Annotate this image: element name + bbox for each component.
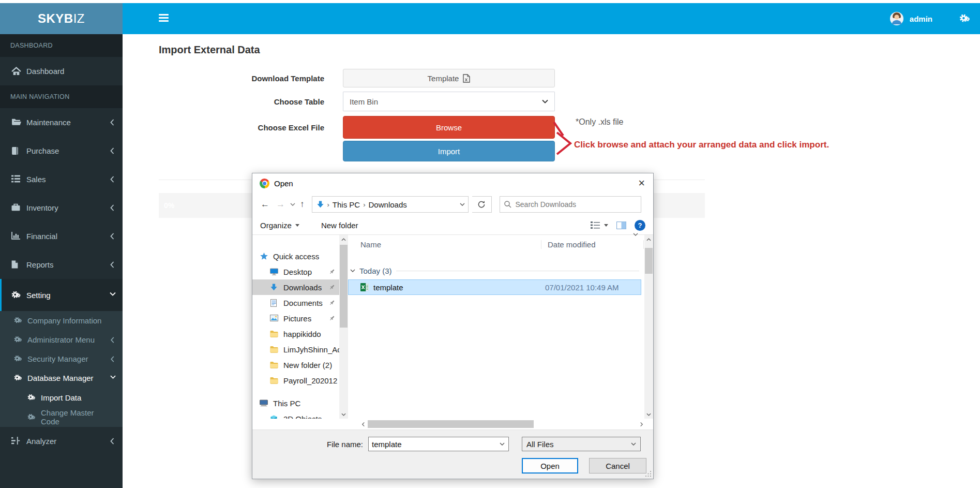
top-navbar: admin bbox=[123, 3, 980, 34]
choose-excel-file-label: Choose Excel File bbox=[159, 123, 324, 132]
file-group-header: Today (3) bbox=[348, 264, 644, 277]
sidebar-item-maintenance[interactable]: Maintenance bbox=[0, 108, 123, 137]
file-list-scrollbar[interactable] bbox=[644, 235, 653, 419]
nav-item-desktop[interactable]: Desktop bbox=[252, 264, 339, 279]
sidebar-item-setting[interactable]: Setting bbox=[0, 279, 123, 311]
search-input[interactable] bbox=[516, 200, 637, 209]
help-button[interactable]: ? bbox=[635, 220, 645, 231]
search-box[interactable] bbox=[500, 196, 641, 213]
nav-item-quick-access[interactable]: Quick access bbox=[252, 248, 339, 264]
file-type-value: All Files bbox=[526, 440, 554, 449]
breadcrumb[interactable]: › This PC › Downloads bbox=[312, 196, 469, 213]
address-chevron-icon[interactable] bbox=[460, 203, 465, 206]
refresh-button[interactable] bbox=[472, 196, 492, 213]
scroll-down-icon[interactable] bbox=[644, 410, 653, 419]
breadcrumb-downloads[interactable]: Downloads bbox=[369, 200, 407, 209]
nav-item-limjyhshinn[interactable]: LimJyhShinn_Aca bbox=[252, 342, 339, 357]
sidebar-item-label: Maintenance bbox=[26, 118, 71, 127]
nav-item-documents[interactable]: Documents bbox=[252, 295, 339, 310]
scroll-up-icon[interactable] bbox=[339, 235, 348, 244]
app-logo[interactable]: SKYBIZ bbox=[0, 3, 123, 34]
resize-grip[interactable] bbox=[645, 471, 652, 477]
nav-item-3d-objects[interactable]: 3D Objects bbox=[252, 411, 339, 419]
pin-icon bbox=[329, 315, 335, 321]
scroll-right-icon[interactable] bbox=[637, 423, 646, 426]
up-icon[interactable]: ↑ bbox=[298, 199, 306, 210]
column-header-name[interactable]: Name bbox=[348, 240, 541, 249]
file-name-label: File name: bbox=[327, 440, 363, 449]
browse-button[interactable]: Browse bbox=[343, 116, 555, 139]
navigation-pane-scrollbar[interactable] bbox=[339, 235, 348, 419]
sidebar-item-dashboard[interactable]: Dashboard bbox=[0, 57, 123, 85]
group-collapse-chevron-icon[interactable] bbox=[350, 269, 355, 273]
template-download-button[interactable]: Template bbox=[343, 69, 555, 87]
scroll-down-icon[interactable] bbox=[339, 410, 348, 419]
nav-item-label: happikiddo bbox=[283, 330, 321, 338]
sidebar-item-security-manager[interactable]: Security Manager bbox=[0, 349, 123, 368]
nav-item-label: This PC bbox=[273, 399, 300, 408]
downloads-icon bbox=[270, 284, 279, 291]
nav-item-happikiddo[interactable]: happikiddo bbox=[252, 326, 339, 342]
scrollbar-thumb[interactable] bbox=[340, 245, 348, 328]
nav-item-pictures[interactable]: Pictures bbox=[252, 310, 339, 326]
sidebar-item-change-master-code[interactable]: Change Master Code bbox=[0, 407, 123, 427]
view-mode-button[interactable] bbox=[591, 221, 608, 229]
folder-icon bbox=[270, 361, 279, 369]
breadcrumb-this-pc[interactable]: This PC bbox=[333, 200, 360, 209]
sidebar-item-inventory[interactable]: Inventory bbox=[0, 194, 123, 222]
file-type-select[interactable]: All Files bbox=[522, 437, 641, 451]
scrollbar-track[interactable] bbox=[368, 420, 637, 428]
scrollbar-thumb[interactable] bbox=[645, 248, 653, 274]
instruction-note: Click browse and attach your arranged da… bbox=[574, 140, 829, 150]
nav-item-new-folder-2[interactable]: New folder (2) bbox=[252, 357, 339, 373]
sidebar-item-label: Purchase bbox=[26, 146, 59, 155]
scrollbar-thumb[interactable] bbox=[368, 420, 534, 428]
chevron-down-icon[interactable] bbox=[500, 442, 505, 446]
scroll-left-icon[interactable] bbox=[358, 423, 368, 426]
pin-icon bbox=[329, 300, 335, 306]
column-header-date-modified[interactable]: Date modified bbox=[541, 240, 644, 249]
organize-button[interactable]: Organize bbox=[260, 221, 299, 230]
nav-item-downloads[interactable]: Downloads bbox=[252, 279, 339, 295]
new-folder-button[interactable]: New folder bbox=[321, 221, 358, 230]
file-name-combobox[interactable] bbox=[368, 437, 509, 451]
sidebar-item-administrator-menu[interactable]: Administrator Menu bbox=[0, 330, 123, 349]
back-icon[interactable]: ← bbox=[259, 199, 271, 210]
nav-item-label: LimJyhShinn_Aca bbox=[283, 345, 339, 354]
file-name-input[interactable] bbox=[369, 440, 500, 449]
file-list: Name Date modified Today (3) template 07… bbox=[348, 235, 644, 419]
forward-icon[interactable]: → bbox=[275, 199, 287, 210]
sidebar-toggle-icon[interactable] bbox=[159, 14, 169, 23]
nav-item-label: New folder (2) bbox=[283, 361, 332, 369]
nav-item-payroll[interactable]: Payroll_202012 bbox=[252, 373, 339, 388]
sidebar-item-analyzer[interactable]: Analyzer bbox=[0, 427, 123, 455]
pin-icon bbox=[329, 269, 335, 275]
dialog-title-bar[interactable]: Open × bbox=[252, 173, 653, 193]
sidebar-item-label: Setting bbox=[26, 291, 51, 300]
table-select[interactable]: Item Bin bbox=[343, 92, 555, 111]
sidebar-item-sales[interactable]: Sales bbox=[0, 165, 123, 194]
open-button[interactable]: Open bbox=[522, 458, 578, 474]
group-label[interactable]: Today (3) bbox=[359, 267, 392, 275]
import-button[interactable]: Import bbox=[343, 141, 555, 161]
sidebar-item-company-information[interactable]: Company Information bbox=[0, 311, 123, 330]
scroll-up-icon[interactable] bbox=[644, 235, 653, 244]
file-icon bbox=[11, 260, 21, 269]
sidebar-item-reports[interactable]: Reports bbox=[0, 250, 123, 279]
recent-locations-chevron-icon[interactable] bbox=[290, 203, 295, 206]
list-icon bbox=[11, 175, 21, 184]
logo-light: IZ bbox=[73, 11, 85, 26]
sidebar-item-import-data[interactable]: Import Data bbox=[0, 388, 123, 407]
sidebar-item-financial[interactable]: Financial bbox=[0, 222, 123, 250]
sidebar-item-purchase[interactable]: Purchase bbox=[0, 137, 123, 165]
cancel-button[interactable]: Cancel bbox=[589, 458, 646, 474]
user-menu[interactable]: admin bbox=[890, 12, 932, 25]
settings-gears-icon[interactable] bbox=[959, 13, 972, 24]
nav-item-this-pc[interactable]: This PC bbox=[252, 395, 339, 411]
column-filter-chevron-icon[interactable] bbox=[633, 233, 638, 236]
horizontal-scrollbar[interactable] bbox=[252, 419, 653, 430]
sidebar-item-database-manager[interactable]: Database Manager bbox=[0, 368, 123, 388]
preview-pane-button[interactable] bbox=[616, 221, 626, 229]
file-row-template[interactable]: template 07/01/2021 10:49 AM bbox=[348, 279, 641, 295]
close-icon[interactable]: × bbox=[638, 178, 645, 189]
